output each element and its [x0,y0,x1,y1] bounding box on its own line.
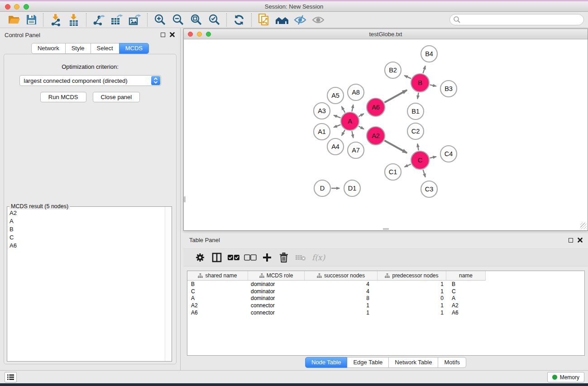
graph-edge-B-B2[interactable] [404,76,411,79]
graph-node-A7[interactable]: A7 [348,142,364,158]
table-cell[interactable]: dominator [248,295,305,301]
graph-node-A4[interactable]: A4 [327,138,344,155]
graph-edge-B-B1[interactable] [417,93,418,99]
table-cell[interactable]: A [446,295,486,301]
graph-node-A5[interactable]: A5 [327,87,344,104]
import-network-icon[interactable] [47,13,65,27]
mcds-result-item[interactable]: A6 [7,241,165,249]
table-cell[interactable]: A2 [446,302,486,309]
hide-selected-eye-slash-icon[interactable] [291,13,309,27]
graph-node-C4[interactable]: C4 [440,146,457,162]
zoom-out-icon[interactable] [169,13,187,27]
function-builder-icon[interactable]: f(x) [309,251,325,264]
graph-node-B2[interactable]: B2 [385,62,401,78]
graph-node-C3[interactable]: C3 [421,181,437,197]
graph-node-C[interactable]: C [411,151,429,169]
graph-node-D[interactable]: D [314,180,330,196]
save-icon[interactable] [23,13,40,27]
table-cell[interactable]: 1 [305,302,378,309]
delete-table-icon[interactable] [292,251,309,264]
tab-network[interactable]: Network [31,43,66,54]
table-cell[interactable]: 4 [305,281,378,287]
close-panel-icon[interactable] [170,32,175,37]
task-history-button[interactable] [5,372,17,382]
network-window-titlebar[interactable]: testGlobe.txt [184,29,588,39]
table-cell[interactable]: 4 [305,288,378,295]
select-all-checkboxes-icon[interactable] [225,251,242,264]
table-cell[interactable]: 1 [378,281,446,287]
column-header-MCDS-role[interactable]: MCDS role [248,271,305,281]
graph-edge-B-B4[interactable] [423,66,425,73]
add-column-icon[interactable] [258,251,275,264]
zoom-fit-icon[interactable] [187,13,205,27]
column-layout-icon[interactable] [208,251,225,264]
graph-node-D1[interactable]: D1 [344,180,360,196]
table-cell[interactable]: C [187,288,248,295]
tab-motifs[interactable]: Motifs [438,357,466,368]
show-all-eye-icon[interactable] [309,13,327,27]
graph-edge-A-A3[interactable] [334,115,340,118]
float-table-panel-icon[interactable] [569,238,573,243]
network-canvas[interactable]: B4B2BB3A5A8A6B1A3AA1A2C2A4A7CC4C1C3DD1 [184,39,588,230]
close-panel-button[interactable]: Close panel [93,92,140,102]
settings-gear-icon[interactable] [191,251,208,264]
table-cell[interactable]: A [187,295,248,301]
table-cell[interactable]: 0 [378,295,446,301]
tab-edge-table[interactable]: Edge Table [347,357,389,368]
graph-edge-C-C3[interactable] [423,170,425,177]
zoom-in-icon[interactable] [151,13,169,27]
graph-edge-A-A5[interactable] [342,106,345,112]
mcds-result-item[interactable]: B [7,225,165,233]
table-cell[interactable]: dominator [248,281,305,287]
graph-node-C2[interactable]: C2 [407,123,424,139]
table-row[interactable]: A2connector11A2 [187,302,584,309]
import-table-icon[interactable] [65,13,83,27]
column-header-shared-name[interactable]: shared name [187,271,248,281]
table-cell[interactable]: B [187,281,248,287]
window-resize-grip[interactable] [580,223,587,229]
graph-edge-C-C1[interactable] [405,164,411,167]
table-cell[interactable]: 1 [378,310,446,316]
column-header-successor-nodes[interactable]: successor nodes [305,271,378,281]
mcds-result-item[interactable]: C [7,233,165,241]
mcds-result-item[interactable]: A2 [7,209,165,217]
new-network-from-selection-icon[interactable] [255,13,273,27]
node-table[interactable]: shared nameMCDS rolesuccessor nodesprede… [187,271,585,356]
float-panel-icon[interactable] [161,33,165,37]
tab-mcds[interactable]: MCDS [119,43,149,54]
graph-node-B4[interactable]: B4 [421,46,437,62]
graph-node-C1[interactable]: C1 [385,164,401,180]
graph-node-A3[interactable]: A3 [314,103,330,119]
column-header-predecessor-nodes[interactable]: predecessor nodes [378,271,446,281]
delete-column-trash-icon[interactable] [275,251,292,264]
mcds-result-list[interactable]: A2ABCA6 [7,209,165,361]
refresh-icon[interactable] [230,13,248,27]
tab-select[interactable]: Select [91,43,120,54]
table-cell[interactable]: A6 [187,310,248,316]
graph-edge-A-A8[interactable] [352,105,353,111]
graph-edge-B-B3[interactable] [430,85,436,86]
table-cell[interactable]: 1 [378,288,446,295]
table-cell[interactable]: C [446,288,486,295]
graph-node-A1[interactable]: A1 [314,124,330,140]
tab-node-table[interactable]: Node Table [305,357,348,368]
table-cell[interactable]: connector [248,310,305,316]
graph-edge-A-A1[interactable] [334,125,340,128]
memory-button[interactable]: Memory [547,372,584,382]
deselect-checkboxes-icon[interactable] [242,251,258,264]
graph-node-A2[interactable]: A2 [367,127,385,145]
graph-edge-A-A4[interactable] [342,130,345,136]
optimization-criterion-select[interactable]: largest connected component (directed) [19,75,161,86]
tab-style[interactable]: Style [65,43,91,54]
table-cell[interactable]: dominator [248,288,305,295]
graph-edge-C-C2[interactable] [417,144,418,151]
export-image-icon[interactable] [126,13,144,27]
graph-node-B1[interactable]: B1 [407,103,424,119]
table-cell[interactable]: A2 [187,302,248,309]
close-table-panel-icon[interactable] [578,238,583,243]
table-cell[interactable]: 1 [305,310,378,316]
column-header-name[interactable]: name [446,271,486,281]
graph-node-A6[interactable]: A6 [367,98,385,116]
search-input[interactable] [449,14,584,25]
table-cell[interactable]: B [446,281,486,287]
